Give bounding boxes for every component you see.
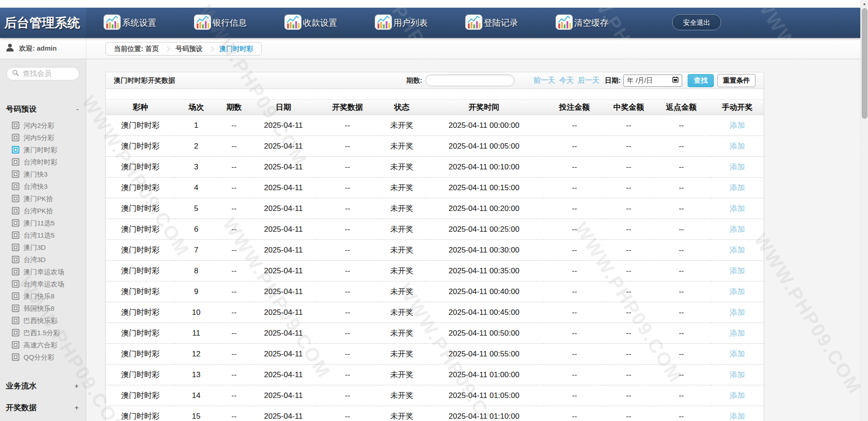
table-row: 澳门时时彩9--2025-04-11--未开奖2025-04-11 00:40:…: [106, 281, 764, 302]
date-input[interactable]: 年 /月/日: [623, 75, 682, 87]
sidebar-item-澳门3D[interactable]: 澳门3D: [0, 242, 86, 254]
cell-状态: 未开奖: [379, 136, 425, 157]
breadcrumb-item[interactable]: 号码预设: [175, 45, 203, 53]
bullet-icon: [12, 170, 19, 179]
sidebar-item-河内2分彩[interactable]: 河内2分彩: [0, 120, 86, 132]
cell-场次: 5: [175, 198, 218, 219]
add-link[interactable]: 添加: [711, 198, 764, 219]
day-link-后一天[interactable]: 后一天: [578, 76, 599, 85]
search-button[interactable]: 查找: [688, 74, 714, 87]
sidebar-item-台湾PK拾[interactable]: 台湾PK拾: [0, 205, 86, 217]
sidebar-section-number-preset[interactable]: 号码预设 -: [0, 103, 86, 115]
day-link-今天[interactable]: 今天: [559, 76, 574, 85]
add-link[interactable]: 添加: [711, 157, 764, 178]
add-link[interactable]: 添加: [711, 261, 764, 281]
add-link[interactable]: 添加: [711, 385, 764, 406]
nav-item-系统设置[interactable]: 系统设置: [103, 8, 193, 38]
sidebar-item-台湾幸运农场[interactable]: 台湾幸运农场: [0, 278, 86, 290]
sidebar-section-业务流水[interactable]: 业务流水+: [0, 380, 86, 392]
nav-item-银行信息[interactable]: 银行信息: [193, 8, 284, 38]
add-link[interactable]: 添加: [711, 240, 764, 261]
breadcrumb-item[interactable]: 澳门时时彩: [219, 45, 253, 53]
nav-item-label: 用户列表: [393, 17, 428, 29]
expand-icon[interactable]: +: [75, 382, 79, 390]
cell-中奖金额: --: [606, 198, 652, 219]
sidebar-item-台湾快3[interactable]: 台湾快3: [0, 181, 86, 193]
nav-item-用户列表[interactable]: 用户列表: [374, 8, 465, 38]
sidebar-item-台湾3D[interactable]: 台湾3D: [0, 254, 86, 266]
cell-开奖时间: 2025-04-11 00:20:00: [425, 198, 543, 219]
add-link[interactable]: 添加: [711, 365, 764, 385]
sidebar-item-巴西1.5分彩[interactable]: 巴西1.5分彩: [0, 327, 86, 339]
add-link[interactable]: 添加: [711, 344, 764, 365]
sidebar-item-澳门PK拾[interactable]: 澳门PK拾: [0, 193, 86, 205]
sidebar-item-澳门快3[interactable]: 澳门快3: [0, 168, 86, 181]
sidebar-item-label: 澳门快3: [24, 170, 47, 179]
calendar-icon[interactable]: [672, 76, 679, 84]
sidebar-item-台湾11选5[interactable]: 台湾11选5: [0, 229, 86, 242]
cell-场次: 14: [175, 385, 218, 406]
cell-中奖金额: --: [606, 240, 652, 261]
issue-input[interactable]: [425, 75, 514, 86]
lottery-list: 河内2分彩河内5分彩澳门时时彩台湾时时彩澳门快3台湾快3澳门PK拾台湾PK拾澳门…: [0, 120, 86, 364]
cell-彩种: 澳门时时彩: [106, 240, 175, 261]
cell-期数: --: [217, 157, 250, 178]
day-link-前一天[interactable]: 前一天: [533, 76, 555, 85]
chart-icon: [193, 13, 212, 33]
add-link[interactable]: 添加: [711, 281, 764, 302]
add-link[interactable]: 添加: [711, 219, 764, 240]
cell-开奖时间: 2025-04-11 00:15:00: [425, 178, 543, 198]
nav-item-清空缓存[interactable]: 清空缓存: [555, 8, 646, 38]
collapse-icon[interactable]: -: [76, 105, 79, 113]
logout-button[interactable]: 安全退出: [672, 14, 721, 30]
sidebar-section-开奖数据[interactable]: 开奖数据+: [0, 402, 86, 414]
cell-彩种: 澳门时时彩: [106, 115, 175, 136]
bullet-icon: [12, 304, 19, 313]
cell-开奖数据: --: [316, 178, 379, 198]
add-link[interactable]: 添加: [711, 178, 764, 198]
sidebar-item-label: 台湾幸运农场: [24, 280, 64, 289]
add-link[interactable]: 添加: [711, 302, 764, 323]
vertical-scrollbar[interactable]: ▲: [860, 0, 868, 421]
section-label: 号码预设: [6, 104, 37, 114]
sidebar-item-澳门时时彩[interactable]: 澳门时时彩: [0, 144, 86, 156]
cell-状态: 未开奖: [379, 406, 425, 421]
sidebar-item-澳门幸运农场[interactable]: 澳门幸运农场: [0, 266, 86, 278]
cell-投注金额: --: [543, 240, 606, 261]
sidebar-item-澳门11选5[interactable]: 澳门11选5: [0, 217, 86, 229]
search-input[interactable]: [23, 70, 72, 78]
scroll-up-arrow[interactable]: ▲: [861, 0, 868, 8]
bullet-icon: [12, 329, 19, 338]
add-link[interactable]: 添加: [711, 406, 764, 421]
cell-开奖时间: 2025-04-11 01:10:00: [425, 406, 543, 421]
sidebar-item-韩国快乐8[interactable]: 韩国快乐8: [0, 303, 86, 315]
reset-conditions-button[interactable]: 重置条件: [717, 74, 755, 87]
breadcrumb-home[interactable]: 当前位置: 首页: [114, 45, 159, 53]
cell-返点金额: --: [652, 406, 711, 421]
cell-开奖数据: --: [316, 344, 379, 365]
add-link[interactable]: 添加: [711, 115, 764, 136]
sidebar-item-台湾时时彩[interactable]: 台湾时时彩: [0, 156, 86, 168]
cell-返点金额: --: [652, 178, 711, 198]
cell-返点金额: --: [652, 281, 711, 302]
cell-开奖时间: 2025-04-11 00:10:00: [425, 157, 543, 178]
sidebar-item-河内5分彩[interactable]: 河内5分彩: [0, 132, 86, 144]
cell-期数: --: [217, 385, 250, 406]
cell-期数: --: [217, 281, 250, 302]
nav-item-登陆记录[interactable]: 登陆记录: [465, 8, 555, 38]
scrollbar-thumb[interactable]: [862, 8, 868, 119]
sidebar-item-巴西快乐彩[interactable]: 巴西快乐彩: [0, 315, 86, 327]
cell-状态: 未开奖: [379, 323, 425, 344]
sidebar-item-QQ分分彩[interactable]: QQ分分彩: [0, 351, 86, 364]
add-link[interactable]: 添加: [711, 323, 764, 344]
member-search-box[interactable]: [6, 67, 80, 80]
nav-item-收款设置[interactable]: 收款设置: [284, 8, 374, 38]
cell-场次: 2: [175, 136, 218, 157]
sidebar-item-高速六合彩[interactable]: 高速六合彩: [0, 339, 86, 351]
cell-中奖金额: --: [606, 219, 652, 240]
sidebar-item-澳门快乐8[interactable]: 澳门快乐8: [0, 290, 86, 303]
add-link[interactable]: 添加: [711, 136, 764, 157]
expand-icon[interactable]: +: [75, 404, 79, 412]
bullet-icon: [12, 219, 19, 228]
cell-期数: --: [217, 406, 250, 421]
